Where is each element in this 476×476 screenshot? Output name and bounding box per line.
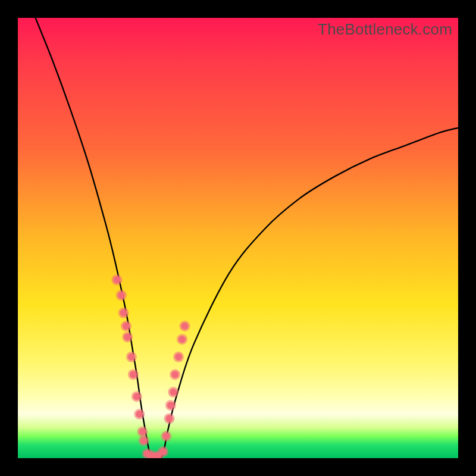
sample-point-core xyxy=(128,353,135,361)
sample-point-core xyxy=(159,448,167,455)
sample-point-core xyxy=(171,371,178,378)
sample-point-core xyxy=(175,353,182,361)
sample-point-core xyxy=(139,428,146,436)
sample-point-core xyxy=(124,334,131,341)
plot-area: TheBottleneck.com xyxy=(18,18,458,458)
sample-point-core xyxy=(114,276,121,283)
bottleneck-curve xyxy=(36,18,458,458)
sample-point-core xyxy=(118,292,125,299)
sample-point-core xyxy=(123,322,130,330)
sample-point-core xyxy=(136,411,143,418)
sample-point-core xyxy=(178,336,186,343)
sample-point-core xyxy=(133,393,140,400)
sample-point-core xyxy=(140,437,148,444)
sample-point-core xyxy=(170,389,177,396)
sample-point-core xyxy=(162,433,170,440)
sample-point-core xyxy=(120,309,127,317)
sample-point-core xyxy=(130,371,137,378)
sample-point-core xyxy=(181,322,188,330)
sample-point-core xyxy=(167,402,174,409)
chart-frame: TheBottleneck.com xyxy=(0,0,476,476)
curve-layer xyxy=(18,18,458,458)
sample-point-core xyxy=(166,415,173,422)
